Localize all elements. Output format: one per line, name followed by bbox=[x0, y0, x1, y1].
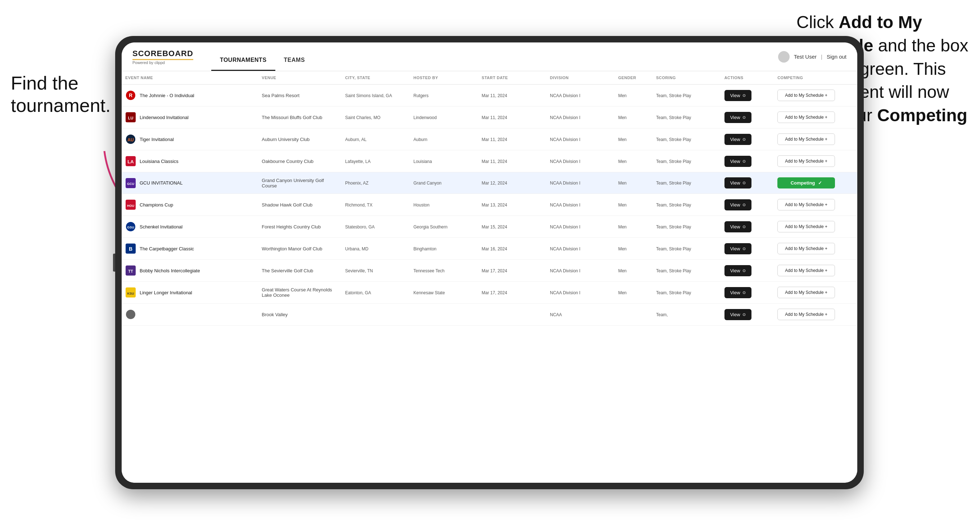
table-header: EVENT NAME VENUE CITY, STATE HOSTED BY S… bbox=[122, 71, 857, 84]
view-button-1[interactable]: View ⊙ bbox=[724, 112, 751, 123]
tournaments-table: EVENT NAME VENUE CITY, STATE HOSTED BY S… bbox=[122, 71, 857, 325]
city-cell-2: Auburn, AL bbox=[342, 129, 410, 150]
view-icon-6: ⊙ bbox=[743, 224, 746, 229]
logo-sub: Powered by clippd bbox=[132, 60, 193, 65]
competing-cell-6: Add to My Schedule + bbox=[774, 216, 857, 238]
svg-text:AU: AU bbox=[127, 137, 134, 143]
table-row: Brook Valley NCAA Team, View ⊙ Add to My… bbox=[122, 303, 857, 325]
date-text-5: Mar 13, 2024 bbox=[482, 203, 507, 208]
table-row: KSU Linger Longer Invitational Great Wat… bbox=[122, 282, 857, 303]
date-text-9: Mar 17, 2024 bbox=[482, 290, 507, 295]
table-row: HOU Champions Cup Shadow Hawk Golf Club … bbox=[122, 194, 857, 216]
view-button-4[interactable]: View ⊙ bbox=[724, 177, 751, 189]
svg-text:GSU: GSU bbox=[127, 225, 134, 229]
city-cell-0: Saint Simons Island, GA bbox=[342, 84, 410, 106]
division-cell-7: NCAA Division I bbox=[546, 238, 615, 260]
view-icon-9: ⊙ bbox=[743, 290, 746, 295]
city-text-3: Lafayette, LA bbox=[345, 159, 371, 164]
division-text-4: NCAA Division I bbox=[550, 181, 581, 186]
gender-text-6: Men bbox=[618, 224, 627, 230]
venue-text-2: Auburn University Club bbox=[262, 137, 310, 142]
division-text-0: NCAA Division I bbox=[550, 93, 581, 98]
app-header: SCOREBOARD Powered by clippd TOURNAMENTS… bbox=[122, 43, 857, 71]
event-name-cell-5: HOU Champions Cup bbox=[122, 194, 258, 216]
view-button-6[interactable]: View ⊙ bbox=[724, 221, 751, 232]
view-icon-0: ⊙ bbox=[743, 93, 746, 98]
city-cell-8: Sevierville, TN bbox=[342, 260, 410, 282]
gender-cell-1: Men bbox=[615, 106, 652, 129]
add-schedule-button-5[interactable]: Add to My Schedule + bbox=[777, 199, 835, 210]
view-button-5[interactable]: View ⊙ bbox=[724, 199, 751, 210]
gender-text-8: Men bbox=[618, 268, 627, 273]
tab-tournaments[interactable]: TOURNAMENTS bbox=[211, 57, 275, 71]
view-button-9[interactable]: View ⊙ bbox=[724, 287, 751, 298]
gender-text-0: Men bbox=[618, 93, 627, 98]
actions-cell-5: View ⊙ bbox=[721, 194, 774, 216]
city-text-2: Auburn, AL bbox=[345, 137, 366, 142]
event-name-4: GCU INVITATIONAL bbox=[140, 180, 183, 186]
actions-cell-7: View ⊙ bbox=[721, 238, 774, 260]
add-schedule-button-7[interactable]: Add to My Schedule + bbox=[777, 243, 835, 254]
left-annotation: Find the tournament. bbox=[11, 72, 111, 117]
actions-cell-2: View ⊙ bbox=[721, 129, 774, 150]
team-logo-4: GCU bbox=[125, 178, 136, 189]
event-name-cell-1: LU Lindenwood Invitational bbox=[122, 106, 258, 129]
tab-teams[interactable]: TEAMS bbox=[275, 57, 314, 71]
date-cell-0: Mar 11, 2024 bbox=[478, 84, 546, 106]
scoring-cell-8: Team, Stroke Play bbox=[652, 260, 721, 282]
add-schedule-button-10[interactable]: Add to My Schedule + bbox=[777, 309, 835, 320]
date-cell-7: Mar 16, 2024 bbox=[478, 238, 546, 260]
svg-text:HOU: HOU bbox=[127, 204, 134, 208]
hosted-text-9: Kennesaw State bbox=[414, 290, 445, 295]
add-schedule-button-1[interactable]: Add to My Schedule + bbox=[777, 111, 835, 123]
gender-cell-4: Men bbox=[615, 172, 652, 194]
actions-cell-1: View ⊙ bbox=[721, 106, 774, 129]
view-button-8[interactable]: View ⊙ bbox=[724, 265, 751, 276]
gender-cell-2: Men bbox=[615, 129, 652, 150]
team-logo-3: LA bbox=[125, 156, 136, 167]
team-logo-6: GSU bbox=[125, 221, 136, 232]
date-cell-1: Mar 11, 2024 bbox=[478, 106, 546, 129]
view-icon-10: ⊙ bbox=[743, 312, 746, 317]
add-schedule-button-8[interactable]: Add to My Schedule + bbox=[777, 265, 835, 276]
venue-text-5: Shadow Hawk Golf Club bbox=[262, 202, 312, 208]
division-text-8: NCAA Division I bbox=[550, 268, 581, 273]
hosted-cell-8: Tennessee Tech bbox=[410, 260, 478, 282]
col-header-city: CITY, STATE bbox=[342, 71, 410, 84]
add-schedule-button-2[interactable]: Add to My Schedule + bbox=[777, 133, 835, 145]
add-schedule-button-6[interactable]: Add to My Schedule + bbox=[777, 221, 835, 232]
date-cell-2: Mar 11, 2024 bbox=[478, 129, 546, 150]
hosted-text-6: Georgia Southern bbox=[414, 224, 448, 230]
signout-link[interactable]: Sign out bbox=[827, 54, 846, 60]
add-schedule-button-3[interactable]: Add to My Schedule + bbox=[777, 156, 835, 167]
city-cell-9: Eatonton, GA bbox=[342, 282, 410, 303]
event-name-6: Schenkel Invitational bbox=[140, 224, 183, 230]
actions-cell-9: View ⊙ bbox=[721, 282, 774, 303]
gender-text-1: Men bbox=[618, 115, 627, 120]
team-logo-0: R bbox=[125, 90, 136, 101]
competing-cell-0: Add to My Schedule + bbox=[774, 84, 857, 106]
venue-text-9: Great Waters Course At Reynolds Lake Oco… bbox=[262, 287, 332, 298]
scoring-cell-4: Team, Stroke Play bbox=[652, 172, 721, 194]
scoring-text-8: Team, Stroke Play bbox=[656, 268, 691, 273]
view-button-10[interactable]: View ⊙ bbox=[724, 309, 751, 320]
competing-cell-3: Add to My Schedule + bbox=[774, 150, 857, 172]
city-cell-4: Phoenix, AZ bbox=[342, 172, 410, 194]
svg-text:KSU: KSU bbox=[127, 292, 134, 295]
view-button-7[interactable]: View ⊙ bbox=[724, 243, 751, 254]
add-schedule-button-0[interactable]: Add to My Schedule + bbox=[777, 90, 835, 101]
view-button-2[interactable]: View ⊙ bbox=[724, 134, 751, 145]
hosted-text-1: Lindenwood bbox=[414, 115, 437, 120]
division-cell-10: NCAA bbox=[546, 303, 615, 325]
hosted-cell-5: Houston bbox=[410, 194, 478, 216]
city-text-8: Sevierville, TN bbox=[345, 268, 373, 273]
date-cell-9: Mar 17, 2024 bbox=[478, 282, 546, 303]
competing-button-4[interactable]: Competing ✓ bbox=[777, 177, 835, 189]
left-annotation-text: Find the tournament. bbox=[11, 73, 111, 116]
view-button-3[interactable]: View ⊙ bbox=[724, 156, 751, 167]
add-schedule-button-9[interactable]: Add to My Schedule + bbox=[777, 287, 835, 298]
view-button-0[interactable]: View ⊙ bbox=[724, 90, 751, 101]
division-text-9: NCAA Division I bbox=[550, 290, 581, 295]
scoring-text-10: Team, bbox=[656, 312, 668, 317]
scoring-cell-10: Team, bbox=[652, 303, 721, 325]
